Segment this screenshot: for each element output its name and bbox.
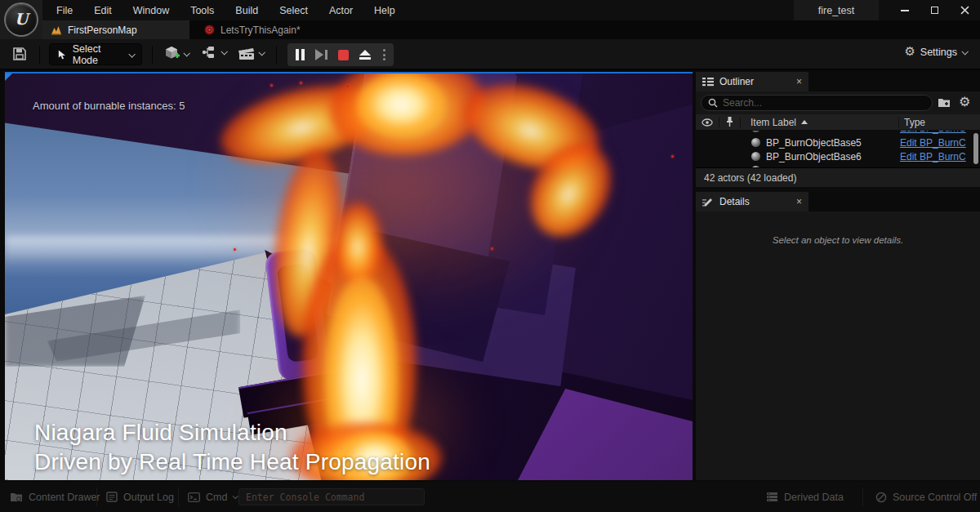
outliner-row-list: Edit BP_BurnC BP_BurnObjectBase5 Edit BP… [696,131,980,167]
statusbar-separator [96,488,97,506]
output-log-button[interactable]: Output Log [106,482,174,512]
outliner-column-header: Item Label Type [696,114,980,131]
derived-data-label: Derived Data [784,492,844,503]
chevron-down-icon [961,48,968,55]
chevron-down-icon [220,48,227,55]
search-input[interactable] [723,97,925,109]
blueprints-button[interactable] [201,45,226,60]
pause-button[interactable] [296,49,305,60]
source-control-label: Source Control Off [893,492,977,503]
source-control-off-icon [875,492,887,503]
actor-count: 42 actors (42 loaded) [704,172,796,184]
outliner-tabstrip: Outliner × [696,72,980,91]
chevron-down-icon [183,50,189,56]
eye-icon [702,118,713,127]
stop-button[interactable] [338,50,349,60]
ember-dot [300,82,302,84]
menu-help[interactable]: Help [363,5,406,16]
ember-dot [671,155,674,158]
cmd-label: Cmd [206,492,227,503]
column-item-label[interactable]: Item Label [740,117,898,128]
close-button[interactable] [950,0,980,20]
table-row[interactable]: BP_BurnObjectBase6 Edit BP_BurnC [696,149,980,163]
search-icon [708,98,718,108]
outliner-scrollbar-thumb[interactable] [973,133,978,164]
cmd-dropdown[interactable]: Cmd [188,482,237,512]
outliner-panel: ⚙ Item Label [696,91,980,187]
edit-blueprint-link[interactable]: Edit BP_BurnC [900,137,967,149]
step-forward-button[interactable] [315,49,327,60]
tab-label: LetsTryThisAgain* [220,24,301,36]
menu-file[interactable]: File [46,5,83,16]
toolbar-separator [39,46,40,64]
actor-icon [751,166,760,167]
menu-window[interactable]: Window [122,5,180,16]
caption-line-2: Driven by Real Time Heat Propagation [34,447,430,477]
level-viewport[interactable]: Amount of burnable instances: 5 Niagara … [5,72,693,480]
new-folder-button[interactable] [938,96,951,108]
tab-details[interactable]: Details × [696,192,808,211]
column-pin[interactable] [719,117,740,127]
console-icon [188,492,200,502]
column-visibility[interactable] [696,118,719,127]
table-row-clipped[interactable]: Edit BP_BurnC [696,131,980,135]
clapperboard-icon [237,45,256,61]
main-menu: File Edit Window Tools Build Select Acto… [46,0,406,20]
unreal-editor-window: File Edit Window Tools Build Select Acto… [0,0,980,512]
tab-outliner[interactable]: Outliner × [696,72,808,91]
maximize-button[interactable] [920,0,950,20]
actor-icon [751,152,760,161]
source-control-button[interactable]: Source Control Off [875,482,977,512]
outliner-icon [702,77,714,87]
select-mode-dropdown[interactable]: Select Mode [49,43,142,65]
gear-icon: ⚙ [959,94,970,109]
close-icon[interactable]: × [796,77,802,87]
save-button[interactable] [11,46,28,62]
tab-letstrythisagain[interactable]: LetsTryThisAgain* [196,20,341,39]
column-type[interactable]: Type [898,117,980,128]
flame [333,203,382,284]
folder-plus-icon [938,96,951,108]
ember-dot [346,85,349,87]
add-actor-button[interactable] [163,45,189,63]
playback-options-button[interactable] [383,49,385,60]
derived-data-icon [766,492,778,502]
menu-select[interactable]: Select [269,5,318,16]
menu-actor[interactable]: Actor [318,5,363,16]
menu-build[interactable]: Build [225,5,269,16]
cinematics-button[interactable] [237,45,264,61]
unreal-logo-box[interactable]: U [0,0,42,39]
outliner-settings-button[interactable]: ⚙ [959,95,970,109]
details-empty-message: Select an object to view details. [696,211,980,245]
main-toolbar: Select Mode [0,39,980,70]
statusbar-separator [862,488,863,506]
content-drawer-button[interactable]: Content Drawer [10,482,100,512]
menu-edit[interactable]: Edit [83,5,122,16]
menu-tools[interactable]: Tools [180,5,225,16]
edit-blueprint-link[interactable]: Edit BP_BurnC [900,151,967,163]
outliner-status-bar: 42 actors (42 loaded) [696,167,980,187]
minimize-icon [901,10,909,11]
tab-firstpersonmap[interactable]: FirstPersonMap [42,20,189,39]
edit-blueprint-link[interactable]: Edit BP_BurnC [900,131,967,134]
project-title: fire_test [794,0,879,20]
actor-label: BP_BurnObjectBase6 [766,151,862,163]
table-row[interactable]: BP_BurnObjectBase5 Edit BP_BurnC [696,136,980,149]
type-header-text: Type [904,117,925,128]
outliner-search[interactable] [701,95,933,111]
settings-dropdown[interactable]: ⚙ Settings [904,46,967,58]
asset-tab-bar: FirstPersonMap LetsTryThisAgain* [0,20,980,39]
item-label-header-text: Item Label [751,117,796,128]
content-drawer-icon [10,492,23,502]
eject-button[interactable] [359,50,371,60]
details-panel: Select an object to view details. [696,211,980,480]
actor-icon [751,138,760,147]
table-row-clipped[interactable] [696,163,980,167]
console-command-input[interactable] [238,488,425,505]
level-icon [51,25,62,35]
close-icon[interactable]: × [796,197,802,207]
details-tabstrip: Details × [696,192,980,211]
minimize-button[interactable] [889,0,920,20]
derived-data-button[interactable]: Derived Data [766,482,844,512]
output-log-label: Output Log [123,492,174,503]
